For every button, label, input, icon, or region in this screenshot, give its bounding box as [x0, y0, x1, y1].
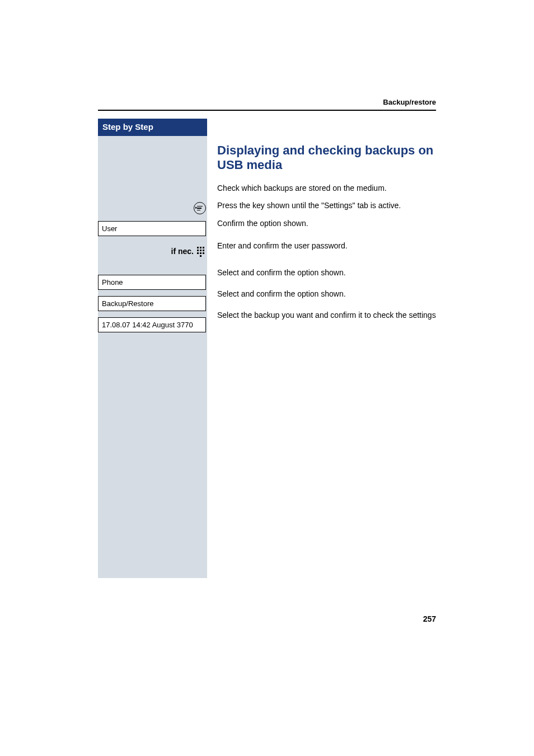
step-text-1: Confirm the option shown. [217, 218, 436, 232]
step-left-backup-restore: Backup/Restore [98, 296, 207, 312]
step-text-2: Enter and confirm the user password. [217, 241, 436, 254]
sidebar-title: Step by Step [98, 119, 207, 136]
option-box-user: User [98, 221, 206, 236]
option-box-phone: Phone [98, 275, 206, 290]
option-box-backup-restore: Backup/Restore [98, 296, 206, 311]
step-left-backup-entry: 17.08.07 14:42 August 3770 [98, 317, 207, 333]
keypad-icon [197, 247, 206, 256]
intro-text: Check which backups are stored on the me… [217, 183, 436, 194]
step-left-settings-key: ▸ [98, 202, 207, 218]
sidebar: Step by Step ▸ [98, 119, 207, 578]
step-left-phone: Phone [98, 275, 207, 290]
sidebar-body: ▸ User [98, 136, 207, 578]
settings-key-icon: ▸ [194, 202, 206, 214]
step-left-ifnec: if nec. [98, 247, 207, 262]
document-page: Backup/restore Step by Step ▸ [0, 0, 534, 578]
section-heading: Displaying and checking backups on USB m… [217, 143, 436, 173]
step-left-user: User [98, 221, 207, 237]
header-rule [98, 110, 436, 111]
page-number: 257 [423, 614, 436, 623]
option-box-backup-entry: 17.08.07 14:42 August 3770 [98, 317, 206, 332]
step-text-0: Press the key shown until the "Settings"… [217, 200, 436, 214]
header-section-title: Backup/restore [98, 98, 436, 110]
step-text-3: Select and confirm the option shown. [217, 267, 436, 281]
step-text-4: Select and confirm the option shown. [217, 289, 436, 302]
step-text-5: Select the backup you want and confirm i… [217, 310, 436, 321]
main-content: Displaying and checking backups on USB m… [207, 119, 436, 321]
ifnec-label: if nec. [171, 247, 194, 256]
content-row: Step by Step ▸ [98, 119, 436, 578]
